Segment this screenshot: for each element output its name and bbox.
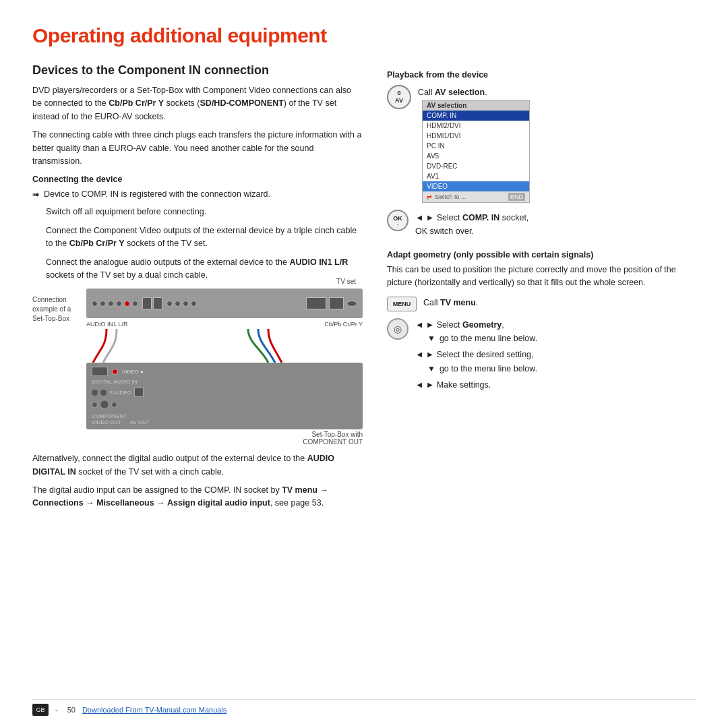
diagram-footer-right: Set-Top-Box with COMPONENT OUT	[303, 431, 363, 446]
stb-p1	[92, 390, 98, 396]
geometry-line-3: ◄ ► Make settings.	[415, 378, 537, 392]
playback-section: Playback from the device 0 AV Call AV se…	[387, 70, 696, 238]
port-red	[124, 301, 130, 307]
diagram-container: Connectionexample of aSet-Top-Box TV set	[32, 289, 363, 446]
connecting-bullet-1: ➠ Device to COMP. IN is registered with …	[32, 188, 363, 202]
stb-s-video: S-VIDEO	[109, 390, 131, 396]
port-6	[132, 301, 138, 307]
av-menu-item[interactable]: HDMI1/DVI	[423, 131, 529, 141]
menu-row: MENU Call TV menu.	[387, 297, 696, 311]
diagram-footer: Set-Top-Box with COMPONENT OUT	[86, 431, 363, 446]
stb-row-2: DIGITAL AUDIO IN	[92, 379, 357, 385]
av-menu-item[interactable]: AV1	[423, 171, 529, 181]
av-menu-items: COMP. INHDMI2/DVIHDMI1/DVIPC INAV5DVD-RE…	[423, 111, 529, 191]
av-button[interactable]: 0 AV	[387, 85, 411, 109]
av-menu-item[interactable]: HDMI2/DVI	[423, 121, 529, 131]
left-column: Devices to the Component IN connection D…	[32, 63, 363, 516]
stb-row-3: S-VIDEO	[92, 388, 357, 397]
nav-cross-button[interactable]: ◎	[387, 318, 408, 340]
down-arrow-icon-1: ▼	[427, 332, 435, 345]
port-rect-1	[142, 297, 152, 309]
stb-p4	[92, 402, 98, 408]
port-4	[116, 301, 122, 307]
ok-label: OK	[393, 215, 402, 222]
playback-title: Playback from the device	[387, 70, 696, 80]
port-9	[183, 301, 189, 307]
av-menu-item[interactable]: DVD-REC	[423, 161, 529, 171]
page-title: Operating additional equipment	[32, 24, 696, 47]
page: Operating additional equipment Devices t…	[0, 0, 728, 728]
diagram-inner: AUDIO IN1 L/R Cb/Pb Cr/Pr Y	[86, 289, 363, 429]
down-arrow-icon-2: ▼	[427, 363, 435, 375]
ok-dot: •	[397, 222, 398, 226]
geometry-line-2: ◄ ► Select the desired setting,	[415, 348, 537, 362]
stb-p6	[111, 402, 117, 408]
av-btn-0: 0	[397, 90, 400, 97]
menu-button[interactable]: MENU	[387, 297, 417, 311]
av-menu-item[interactable]: VIDEO	[423, 181, 529, 191]
port-rect-2	[153, 297, 162, 309]
av-selection-row: 0 AV Call AV selection. AV selection COM…	[387, 85, 696, 203]
av-call-text: Call AV selection.	[418, 88, 530, 97]
port-3	[108, 301, 114, 307]
port-group-3	[166, 301, 197, 307]
cables-area	[86, 329, 363, 363]
body-paragraph-1: DVD players/recorders or a Set-Top-Box w…	[32, 84, 363, 123]
end-badge: END	[508, 193, 525, 201]
bullet-arrow-icon: ➠	[32, 188, 40, 202]
diagram-port-labels: AUDIO IN1 L/R Cb/Pb Cr/Pr Y	[86, 321, 363, 328]
geometry-sub-1: ▼ go to the menu line below.	[427, 332, 537, 345]
cables-svg	[86, 329, 342, 363]
adapt-title: Adapt geometry (only possible with certa…	[387, 250, 696, 260]
call-tv-text: Call TV menu.	[423, 298, 478, 307]
av-menu-item[interactable]: COMP. IN	[423, 111, 529, 121]
cb-label: Cb/Pb Cr/Pr Y	[324, 321, 363, 328]
adapt-paragraph: This can be used to position the picture…	[387, 264, 696, 290]
ok-row: OK • ◄ ► Select COMP. IN socket, OK swit…	[387, 210, 696, 238]
body-paragraph-2: The connecting cable with three cinch pl…	[32, 129, 363, 168]
stb-p2	[100, 390, 107, 396]
av-btn-av: AV	[395, 97, 403, 104]
footer-page-number: 50	[67, 706, 75, 714]
ok-button[interactable]: OK •	[387, 210, 408, 231]
av-menu-footer: ⇄ Switch to ... END	[423, 191, 529, 202]
port-group-2	[142, 297, 162, 309]
stb-label-digital: DIGITAL AUDIO IN	[92, 379, 138, 385]
connecting-bullet-2: Switch off all equipment before connecti…	[46, 206, 363, 218]
av-selection-menu: AV selection COMP. INHDMI2/DVIHDMI1/DVIP…	[422, 100, 530, 203]
ok-select-line: ◄ ► Select COMP. IN socket,	[415, 211, 528, 224]
footer-badge: GB	[32, 704, 49, 716]
connecting-bullet-3: Connect the Component Video outputs of t…	[46, 224, 363, 251]
stb-p3	[134, 388, 144, 397]
diagram-label-left: Connectionexample of aSet-Top-Box	[32, 295, 80, 324]
stb-port-1	[92, 367, 108, 376]
page-footer: GB - 50 Downloaded From TV-Manual.com Ma…	[32, 699, 696, 716]
port-10	[191, 301, 197, 307]
ok-instructions: ◄ ► Select COMP. IN socket, OK switch ov…	[415, 211, 528, 238]
tv-top-unit	[86, 289, 363, 318]
section-subtitle: Devices to the Component IN connection	[32, 63, 363, 78]
port-group-1	[92, 301, 138, 307]
stb-label-component: COMPONENTVIDEO OUT AV OUT	[92, 413, 357, 425]
av-call-text-area: Call AV selection. AV selection COMP. IN…	[418, 85, 530, 203]
port-wide	[306, 297, 326, 309]
geometry-line-1: ◄ ► Select Geometry,	[415, 318, 537, 332]
port-2	[100, 301, 106, 307]
alternatively-paragraph: Alternatively, connect the digital audio…	[32, 452, 363, 479]
stb-row-4	[92, 400, 357, 409]
geometry-sub-2: ▼ go to the menu line below.	[427, 363, 537, 375]
diagram-wrapper: Connectionexample of aSet-Top-Box TV set	[32, 289, 363, 429]
geometry-instructions: ◄ ► Select Geometry, ▼ go to the menu li…	[415, 318, 537, 393]
right-column: Playback from the device 0 AV Call AV se…	[387, 63, 696, 516]
av-menu-item[interactable]: AV5	[423, 151, 529, 161]
adapt-section: Adapt geometry (only possible with certa…	[387, 250, 696, 392]
port-8	[175, 301, 181, 307]
diagram-label-tvset: TV set	[336, 278, 356, 285]
av-menu-title: AV selection	[423, 100, 529, 111]
footer-link[interactable]: Downloaded From TV-Manual.com Manuals	[82, 706, 226, 714]
footer-separator: -	[55, 706, 58, 714]
audio-label: AUDIO IN1 L/R	[86, 321, 128, 328]
connecting-bullet-4: Connect the analogue audio outputs of th…	[46, 256, 363, 282]
av-menu-item[interactable]: PC IN	[423, 141, 529, 151]
stb-indicator	[112, 369, 118, 375]
